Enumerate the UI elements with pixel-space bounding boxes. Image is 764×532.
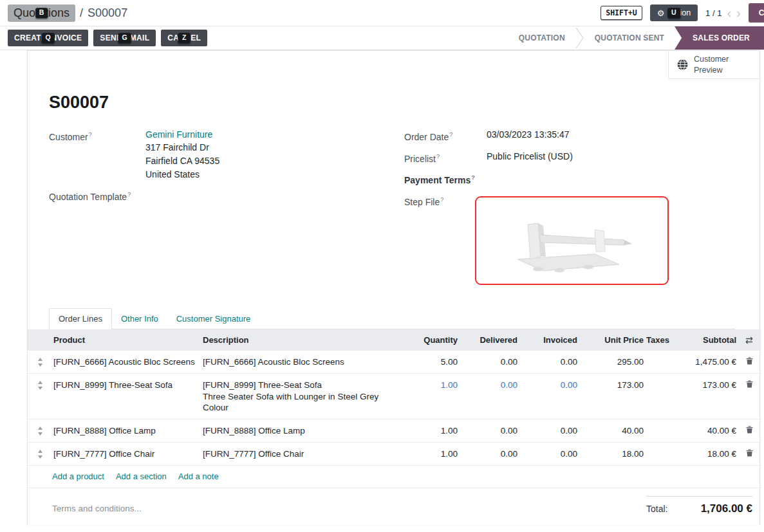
table-header-row: Product Description Quantity Delivered I… <box>28 329 761 351</box>
pager-next-icon[interactable]: › <box>736 6 741 19</box>
action-menu-button[interactable]: ⚙ Action U <box>650 5 698 21</box>
customer-address-line: Fairfield CA 94535 <box>145 154 219 168</box>
pricelist-label: Pricelist? <box>404 150 487 165</box>
stage-quotation-sent[interactable]: QUOTATION SENT <box>584 26 675 50</box>
stage-sales-order[interactable]: SALES ORDER <box>675 26 764 50</box>
shortcut-chip-u: U <box>667 8 680 18</box>
shortcut-chip-z: Z <box>178 33 191 43</box>
help-icon: ? <box>449 131 452 138</box>
sheet-top-row: Customer Preview <box>28 51 759 79</box>
help-icon: ? <box>127 191 131 197</box>
add-a-section-link[interactable]: Add a section <box>116 472 167 481</box>
header-taxes: Taxes <box>645 329 675 351</box>
create-invoice-button[interactable]: CREATE INVOICE Q <box>8 30 88 46</box>
page-title: S00007 <box>49 92 735 113</box>
field-customer: Customer? Gemini Furniture 317 Fairchild… <box>49 128 404 181</box>
pricelist-value[interactable]: Public Pricelist (USD) <box>487 150 573 165</box>
cell-quantity[interactable]: 1.00 <box>400 374 459 396</box>
cell-taxes[interactable] <box>645 443 675 454</box>
header-delivered: Delivered <box>459 329 519 351</box>
drag-handle-icon[interactable] <box>28 443 52 459</box>
optional-columns-icon[interactable] <box>738 329 761 351</box>
breadcrumb-quotations-link[interactable]: Quotations B <box>8 5 75 22</box>
header-subtotal: Subtotal <box>675 329 738 351</box>
header-description: Description <box>201 329 400 351</box>
order-total: Total: 1,706.00 € <box>646 496 752 515</box>
table-row[interactable]: [FURN_8999] Three-Seat Sofa [FURN_8999] … <box>28 374 761 419</box>
cell-unit-price[interactable]: 40.00 <box>579 419 645 442</box>
drag-handle-icon[interactable] <box>28 374 52 390</box>
shortcut-chip-q: Q <box>41 33 54 43</box>
gear-icon: ⚙ <box>657 9 665 17</box>
cell-unit-price[interactable]: 18.00 <box>579 443 645 465</box>
list-footer-links: Add a product Add a section Add a note <box>28 466 761 488</box>
tab-other-info[interactable]: Other Info <box>112 309 167 329</box>
drag-handle-icon[interactable] <box>28 351 52 367</box>
stage-quotation[interactable]: QUOTATION <box>508 26 575 50</box>
cell-unit-price[interactable]: 173.00 <box>579 374 645 396</box>
cell-delivered[interactable]: 0.00 <box>459 351 519 373</box>
payment-terms-label: Payment Terms? <box>404 171 487 187</box>
total-value: 1,706.00 € <box>701 502 752 515</box>
order-date-value[interactable]: 03/03/2023 13:35:47 <box>487 128 569 143</box>
delete-row-icon[interactable] <box>738 419 761 434</box>
add-a-note-link[interactable]: Add a note <box>178 472 219 481</box>
help-icon: ? <box>89 131 92 138</box>
delete-row-icon[interactable] <box>738 374 761 388</box>
cell-description[interactable]: [FURN_8999] Three-Seat SofaThree Seater … <box>201 374 400 419</box>
cell-unit-price[interactable]: 295.00 <box>579 351 645 373</box>
table-row[interactable]: [FURN_7777] Office Chair [FURN_7777] Off… <box>28 443 761 466</box>
field-payment-terms: Payment Terms? <box>404 171 735 187</box>
odoo-sales-order-page: Quotations B / S00007 SHIFT+U ⚙ Action U… <box>0 0 764 532</box>
create-button[interactable]: CREATE <box>749 3 764 23</box>
cell-description[interactable]: [FURN_8888] Office Lamp <box>201 419 400 442</box>
cell-taxes[interactable] <box>645 419 675 431</box>
record-pager: 1 / 1 ‹ › <box>705 6 741 19</box>
pager-previous-icon[interactable]: ‹ <box>727 6 731 19</box>
send-email-button[interactable]: SEND EMAIL G <box>93 30 156 46</box>
cell-subtotal: 40.00 € <box>675 419 738 442</box>
delete-row-icon[interactable] <box>738 351 761 365</box>
cell-product[interactable]: [FURN_8999] Three-Seat Sofa <box>52 374 201 396</box>
cell-invoiced[interactable]: 0.00 <box>519 351 579 373</box>
cell-delivered[interactable]: 0.00 <box>459 419 519 442</box>
table-row[interactable]: [FURN_8888] Office Lamp [FURN_8888] Offi… <box>28 419 761 443</box>
add-a-product-link[interactable]: Add a product <box>52 472 104 481</box>
customer-preview-link[interactable]: Customer Preview <box>668 51 759 79</box>
cell-quantity[interactable]: 1.00 <box>400 419 459 442</box>
cell-taxes[interactable] <box>645 374 675 385</box>
cell-invoiced[interactable]: 0.00 <box>519 374 579 396</box>
tab-customer-signature[interactable]: Customer Signature <box>167 309 260 329</box>
customer-address-line: 317 Fairchild Dr <box>145 141 219 154</box>
delete-row-icon[interactable] <box>738 443 761 457</box>
field-pricelist: Pricelist? Public Pricelist (USD) <box>404 150 735 165</box>
cell-taxes[interactable] <box>645 351 675 362</box>
cell-invoiced[interactable]: 0.00 <box>519 419 579 442</box>
header-handle-spacer <box>28 329 52 351</box>
cell-delivered[interactable]: 0.00 <box>459 374 519 396</box>
cell-quantity[interactable]: 5.00 <box>400 351 459 373</box>
cell-invoiced[interactable]: 0.00 <box>519 443 579 465</box>
customer-preview-label: Customer Preview <box>694 54 729 76</box>
top-bar: Quotations B / S00007 SHIFT+U ⚙ Action U… <box>0 0 764 26</box>
shortcut-badge-shift-u: SHIFT+U <box>601 6 642 20</box>
cell-subtotal: 18.00 € <box>675 443 738 465</box>
header-unit-price: Unit Price <box>579 329 645 351</box>
cell-description[interactable]: [FURN_6666] Acoustic Bloc Screens <box>201 351 400 373</box>
drag-handle-icon[interactable] <box>28 419 52 436</box>
cell-delivered[interactable]: 0.00 <box>459 443 519 465</box>
cell-product[interactable]: [FURN_8888] Office Lamp <box>52 419 201 442</box>
customer-link[interactable]: Gemini Furniture <box>145 129 212 140</box>
globe-icon <box>677 59 688 70</box>
step-file-image[interactable] <box>475 196 669 285</box>
cell-description[interactable]: [FURN_7777] Office Chair <box>201 443 400 465</box>
header-product: Product <box>52 329 201 351</box>
terms-placeholder[interactable]: Terms and conditions... <box>52 504 142 515</box>
cancel-button[interactable]: CANCEL Z <box>161 30 207 46</box>
cell-product[interactable]: [FURN_6666] Acoustic Bloc Screens <box>52 351 201 373</box>
form-sheet: Customer Preview S00007 Customer? Gemini… <box>27 50 760 525</box>
cell-quantity[interactable]: 1.00 <box>400 443 459 465</box>
cell-product[interactable]: [FURN_7777] Office Chair <box>52 443 201 465</box>
table-row[interactable]: [FURN_6666] Acoustic Bloc Screens [FURN_… <box>28 351 761 374</box>
tab-order-lines[interactable]: Order Lines <box>49 308 112 329</box>
